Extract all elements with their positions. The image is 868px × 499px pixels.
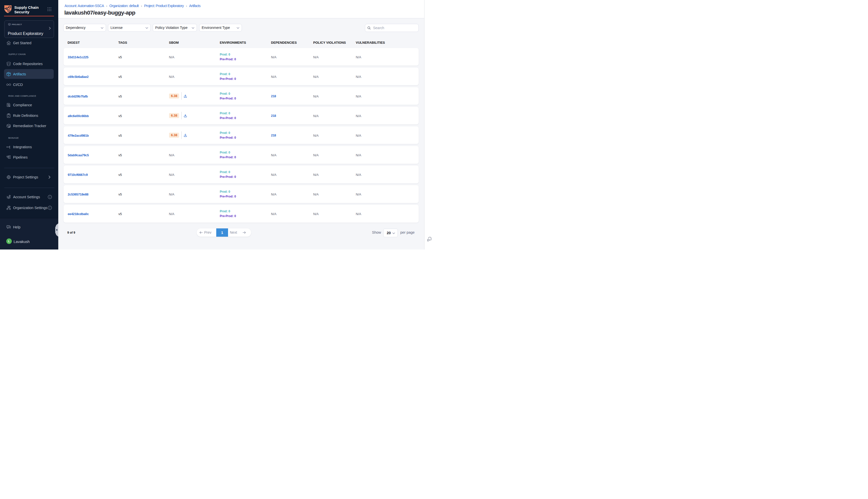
svg-text:?: ?	[8, 226, 9, 228]
